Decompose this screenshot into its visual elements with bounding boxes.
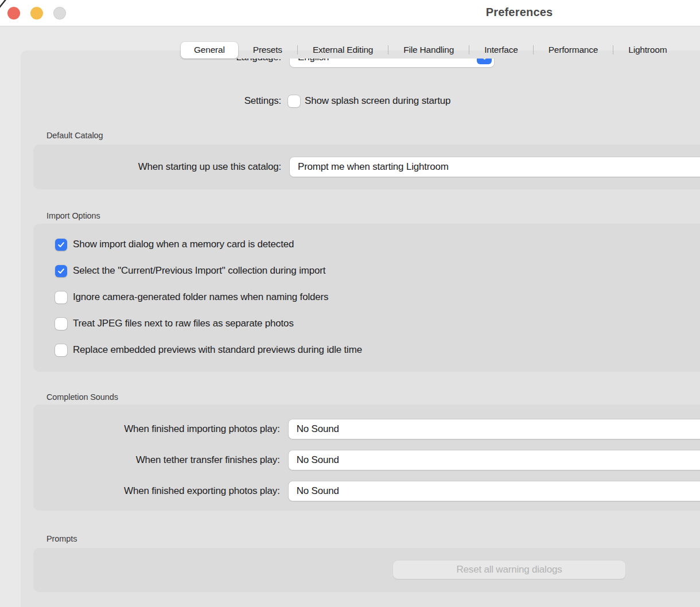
import-option-label: Replace embedded previews with standard … xyxy=(73,344,362,356)
import-options-box: Show import dialog when a memory card is… xyxy=(33,224,700,372)
import-option-row: Treat JPEG files next to raw files as se… xyxy=(33,310,700,337)
default-catalog-box: When starting up use this catalog: Promp… xyxy=(33,145,700,189)
tether-sound-value: No Sound xyxy=(297,454,339,466)
default-catalog-row: When starting up use this catalog: Promp… xyxy=(33,157,700,177)
splash-screen-label: Show splash screen during startup xyxy=(305,95,450,107)
completion-sound-row: When tether transfer finishes play: No S… xyxy=(33,445,700,476)
checkmark-icon xyxy=(57,242,65,248)
import-option-row: Replace embedded previews with standard … xyxy=(33,337,700,363)
exporting-sound-label: When finished exporting photos play: xyxy=(33,485,280,497)
import-option-label: Show import dialog when a memory card is… xyxy=(73,239,294,250)
import-options-header: Import Options xyxy=(46,211,100,220)
window-title: Preferences xyxy=(0,6,700,19)
settings-row: Settings: Show splash screen during star… xyxy=(21,91,450,111)
import-option-row: Ignore camera-generated folder names whe… xyxy=(33,284,700,310)
replace-previews-checkbox[interactable] xyxy=(55,344,67,356)
prompts-header: Prompts xyxy=(46,534,77,543)
completion-sounds-box: When finished importing photos play: No … xyxy=(33,404,700,511)
tab-performance[interactable]: Performance xyxy=(534,41,613,59)
completion-sound-row: When finished importing photos play: No … xyxy=(33,414,700,445)
import-option-row: Select the "Current/Previous Import" col… xyxy=(33,258,700,284)
importing-sound-dropdown[interactable]: No Sound xyxy=(289,419,700,439)
ignore-folder-names-checkbox[interactable] xyxy=(55,291,67,304)
completion-sound-row: When finished exporting photos play: No … xyxy=(33,476,700,507)
default-catalog-label: When starting up use this catalog: xyxy=(33,161,281,173)
importing-sound-label: When finished importing photos play: xyxy=(33,423,280,435)
tether-sound-label: When tether transfer finishes play: xyxy=(33,454,280,466)
select-current-import-checkbox[interactable] xyxy=(55,265,67,277)
default-catalog-value: Prompt me when starting Lightroom xyxy=(298,161,449,173)
checkmark-icon xyxy=(57,268,65,274)
tab-presets[interactable]: Presets xyxy=(238,41,297,59)
tab-external-editing[interactable]: External Editing xyxy=(298,41,388,59)
default-catalog-dropdown[interactable]: Prompt me when starting Lightroom xyxy=(290,157,700,177)
treat-jpeg-separate-checkbox[interactable] xyxy=(55,318,67,330)
tab-lightroom-sync[interactable]: Lightroom xyxy=(613,41,682,59)
import-option-label: Ignore camera-generated folder names whe… xyxy=(73,291,328,303)
import-option-label: Select the "Current/Previous Import" col… xyxy=(73,265,325,277)
exporting-sound-value: No Sound xyxy=(297,485,339,497)
preferences-tab-bar: General Presets External Editing File Ha… xyxy=(181,41,682,59)
title-bar: Preferences xyxy=(0,0,700,26)
completion-sounds-header: Completion Sounds xyxy=(46,392,118,402)
preferences-window: Preferences Language: English Settings: … xyxy=(0,0,700,607)
splash-screen-checkbox[interactable] xyxy=(288,95,300,107)
tab-file-handling[interactable]: File Handling xyxy=(388,41,469,59)
import-option-row: Show import dialog when a memory card is… xyxy=(33,231,700,258)
importing-sound-value: No Sound xyxy=(297,423,339,435)
tab-general[interactable]: General xyxy=(181,42,238,59)
show-import-dialog-checkbox[interactable] xyxy=(55,239,67,251)
exporting-sound-dropdown[interactable]: No Sound xyxy=(289,481,700,501)
import-option-label: Treat JPEG files next to raw files as se… xyxy=(73,318,294,329)
prompts-box: Reset all warning dialogs xyxy=(33,548,700,592)
settings-label: Settings: xyxy=(21,95,281,107)
window-corner-artifact xyxy=(0,0,9,9)
tab-interface[interactable]: Interface xyxy=(469,41,533,59)
tether-sound-dropdown[interactable]: No Sound xyxy=(289,450,700,470)
reset-warning-dialogs-button[interactable]: Reset all warning dialogs xyxy=(393,561,625,579)
general-preferences-panel: Language: English Settings: Show splash … xyxy=(21,50,700,607)
default-catalog-header: Default Catalog xyxy=(46,131,103,140)
